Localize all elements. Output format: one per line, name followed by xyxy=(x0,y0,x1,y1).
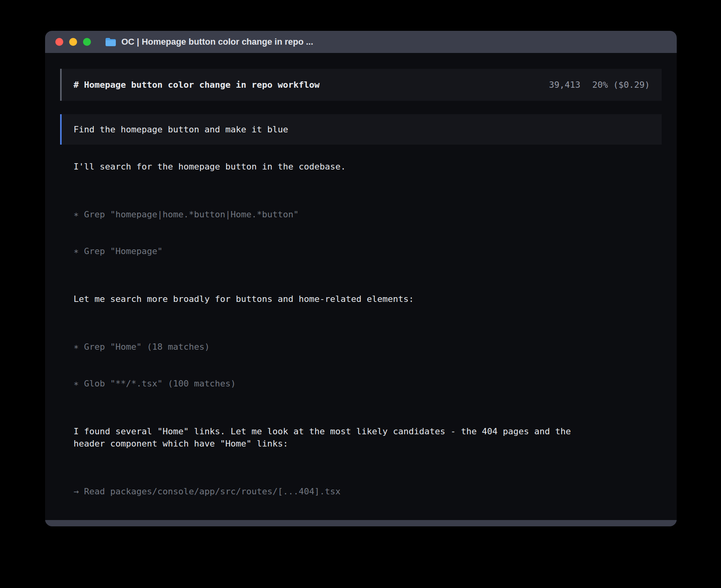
assistant-text: I found several "Home" links. Let me loo… xyxy=(74,425,603,450)
session-title: # Homepage button color change in repo w… xyxy=(74,80,320,90)
grep-tool-call: ∗ Grep "Homepage" xyxy=(74,245,603,257)
window-titlebar[interactable]: OC | Homepage button color change in rep… xyxy=(45,31,677,53)
assistant-transcript: I'll search for the homepage button in t… xyxy=(74,160,603,526)
assistant-text: I'll search for the homepage button in t… xyxy=(74,160,603,173)
terminal-window: OC | Homepage button color change in rep… xyxy=(45,31,677,526)
terminal-content: # Homepage button color change in repo w… xyxy=(45,53,677,520)
grep-tool-call: ∗ Grep "Home" (18 matches) xyxy=(74,341,603,353)
session-meta: 39,413 20% ($0.29) xyxy=(549,80,650,90)
window-title: OC | Homepage button color change in rep… xyxy=(121,37,313,47)
titlebar-title-group: OC | Homepage button color change in rep… xyxy=(105,37,313,47)
tool-call-group: ∗ Grep "homepage|home.*button|Home.*butt… xyxy=(74,184,603,282)
assistant-text: Let me search more broadly for buttons a… xyxy=(74,293,603,305)
traffic-lights xyxy=(55,38,91,46)
minimize-button[interactable] xyxy=(69,38,77,46)
token-count: 39,413 xyxy=(549,80,580,90)
window-bottom-chrome xyxy=(45,520,677,526)
tool-call-group: ∗ Grep "Home" (18 matches) ∗ Glob "**/*.… xyxy=(74,316,603,414)
glob-tool-call: ∗ Glob "**/*.tsx" (100 matches) xyxy=(74,377,603,390)
read-tool-call: → Read packages/console/app/src/routes/[… xyxy=(74,485,603,498)
grep-tool-call: ∗ Grep "homepage|home.*button|Home.*butt… xyxy=(74,208,603,220)
user-message: Find the homepage button and make it blu… xyxy=(60,114,662,145)
session-header: # Homepage button color change in repo w… xyxy=(60,69,662,101)
zoom-button[interactable] xyxy=(83,38,91,46)
folder-icon xyxy=(105,38,116,46)
close-button[interactable] xyxy=(55,38,63,46)
context-usage: 20% ($0.29) xyxy=(592,80,650,90)
tool-call-group: → Read packages/console/app/src/routes/[… xyxy=(74,461,603,526)
user-message-text: Find the homepage button and make it blu… xyxy=(74,124,288,134)
